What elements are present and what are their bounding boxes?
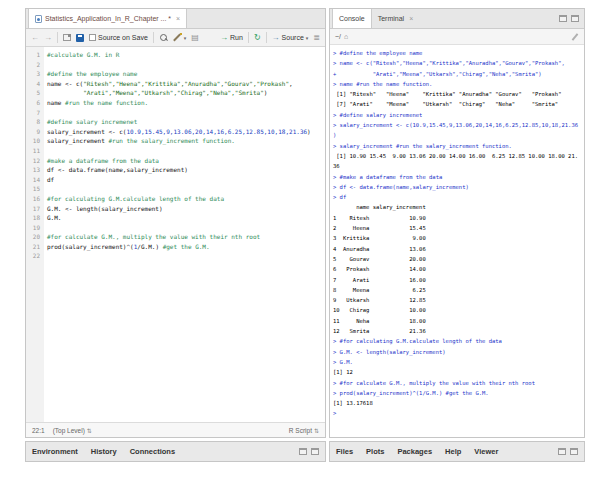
- source-pane: Statistics_Application_In_R_Chapter ... …: [25, 8, 326, 438]
- code-line: 20#for calculate G.M., multiply the valu…: [26, 232, 325, 242]
- console-line: > G.M.: [333, 357, 584, 367]
- console-line: name salary_increment: [333, 202, 584, 212]
- editor-statusbar: 22:1 (Top Level) ⇅ R Script ⇅: [26, 422, 325, 437]
- cursor-position: 22:1: [32, 427, 45, 434]
- tab-packages[interactable]: Packages: [397, 447, 432, 456]
- console-line: > name #run the name function.: [333, 79, 584, 89]
- rstudio-window: Statistics_Application_In_R_Chapter ... …: [25, 8, 585, 462]
- console-line: [1] 13.17618: [333, 398, 584, 408]
- console-output[interactable]: > #define the employee name> name <- c("…: [330, 45, 584, 437]
- source-toolbar: ← → Source on Save ▾ ▤ →: [26, 29, 325, 47]
- tab-environment[interactable]: Environment: [32, 447, 78, 456]
- console-line: > salary_increment <- c(10.9,15.45,9,13.…: [333, 120, 584, 130]
- file-type-selector[interactable]: R Script ⇅: [289, 427, 319, 434]
- tab-connections[interactable]: Connections: [130, 447, 175, 456]
- line-number: 5: [26, 88, 40, 98]
- console-line: 2 Heena 15.45: [333, 223, 584, 233]
- code-tools-button[interactable]: ▾: [173, 33, 187, 42]
- tab-viewer[interactable]: Viewer: [474, 447, 498, 456]
- minimize-pane-icon[interactable]: [299, 448, 307, 455]
- console-line: 9 Utkarsh 12.85: [333, 295, 584, 305]
- code-line: 13df <- data.frame(name,salary_increment…: [26, 165, 325, 175]
- checkbox-icon: [89, 34, 96, 41]
- console-line: >: [333, 408, 584, 418]
- line-number: 13: [26, 165, 40, 175]
- line-number: 1: [26, 50, 40, 60]
- console-line: 7 Arati 16.00: [333, 275, 584, 285]
- chevron-down-icon: ▾: [184, 35, 187, 41]
- console-pane: ConsoleTerminal× ~/ ⌂ > #define the empl…: [329, 8, 585, 438]
- tab-files[interactable]: Files: [336, 447, 353, 456]
- script-tab-title: Statistics_Application_In_R_Chapter ... …: [45, 15, 171, 22]
- find-replace-button[interactable]: [159, 33, 168, 42]
- source-on-save-checkbox[interactable]: Source on Save: [89, 34, 148, 41]
- tab-terminal[interactable]: Terminal×: [372, 9, 420, 28]
- code-line: 6name #run the name function.: [26, 98, 325, 108]
- tab-label: Terminal: [378, 15, 404, 22]
- show-in-new-window-button[interactable]: [63, 34, 71, 41]
- console-line: [1] 12: [333, 367, 584, 377]
- console-line: 8 Meena 6.25: [333, 285, 584, 295]
- code-line: 21prod(salary_increment)^(1/G.M.) #get t…: [26, 242, 325, 252]
- source-arrow-icon: →: [272, 34, 280, 42]
- document-outline-button[interactable]: ≣: [313, 34, 320, 42]
- toolbar-divider: [248, 32, 249, 43]
- console-line: 6 Prokash 14.00: [333, 264, 584, 274]
- code-line: 8#define salary incremenet: [26, 117, 325, 127]
- toolbar-divider: [57, 32, 58, 43]
- code-line: 4name <- c("Ritesh","Heena","Krittika","…: [26, 79, 325, 89]
- outline-icon: ≣: [313, 34, 320, 42]
- back-icon: ←: [31, 34, 39, 42]
- code-editor[interactable]: 1#calculate G.M. in R23#define the emplo…: [26, 47, 325, 422]
- run-button[interactable]: → Run: [220, 34, 243, 42]
- tab-script-file[interactable]: Statistics_Application_In_R_Chapter ... …: [28, 9, 187, 28]
- scope-selector[interactable]: (Top Level) ⇅: [53, 427, 92, 434]
- line-number: 19: [26, 223, 40, 233]
- line-number: 18: [26, 213, 40, 223]
- console-line: 36: [333, 161, 584, 171]
- code-line: 16#for calculating G.M.calculate length …: [26, 194, 325, 204]
- save-button[interactable]: [76, 34, 84, 42]
- clear-console-icon[interactable]: [571, 33, 579, 41]
- line-number: 8: [26, 117, 40, 127]
- working-directory[interactable]: ~/: [335, 33, 341, 40]
- console-toolbar: ~/ ⌂: [330, 29, 584, 45]
- forward-icon: →: [44, 34, 52, 42]
- forward-button[interactable]: →: [44, 34, 52, 42]
- rerun-button[interactable]: ↻: [254, 34, 261, 42]
- minimize-pane-icon[interactable]: [559, 15, 567, 22]
- maximize-pane-icon[interactable]: [311, 448, 319, 455]
- minimize-pane-icon[interactable]: [558, 448, 566, 455]
- tab-help[interactable]: Help: [445, 447, 461, 456]
- line-number: 9: [26, 127, 40, 137]
- magic-wand-icon: [173, 33, 182, 42]
- console-line: [7] "Arati" "Meena" "Utkarsh" "Chirag" "…: [333, 99, 584, 109]
- console-line: [1] "Ritesh" "Heena" "Krittika" "Anuradh…: [333, 89, 584, 99]
- tab-history[interactable]: History: [91, 447, 117, 456]
- code-line: 14df: [26, 175, 325, 185]
- line-number: 10: [26, 136, 40, 146]
- tab-plots[interactable]: Plots: [366, 447, 384, 456]
- line-number: 15: [26, 184, 40, 194]
- maximize-pane-icon[interactable]: [571, 15, 579, 22]
- source-button[interactable]: → Source ▾: [272, 34, 309, 42]
- console-line: > #define the employee name: [333, 48, 584, 58]
- console-tabbar: ConsoleTerminal×: [330, 9, 584, 29]
- code-line: 5 "Arati","Meena","Utkarsh","Chirag","Ne…: [26, 88, 325, 98]
- run-arrow-icon: →: [220, 34, 228, 42]
- code-line: 22: [26, 251, 325, 261]
- compile-report-button[interactable]: ▤: [191, 34, 199, 42]
- close-tab-icon[interactable]: ×: [409, 15, 413, 22]
- r-script-file-icon: [35, 15, 42, 23]
- run-label: Run: [230, 34, 243, 41]
- line-number: 21: [26, 242, 40, 252]
- console-line: ): [333, 130, 584, 140]
- maximize-pane-icon[interactable]: [570, 448, 578, 455]
- tab-console[interactable]: Console: [332, 9, 372, 28]
- code-line: 11: [26, 146, 325, 156]
- code-line: 19: [26, 223, 325, 233]
- code-line: 17G.M. <- length(salary_increment): [26, 204, 325, 214]
- console-line: 5 Gourav 20.00: [333, 254, 584, 264]
- back-button[interactable]: ←: [31, 34, 39, 42]
- close-tab-icon[interactable]: ×: [176, 15, 180, 22]
